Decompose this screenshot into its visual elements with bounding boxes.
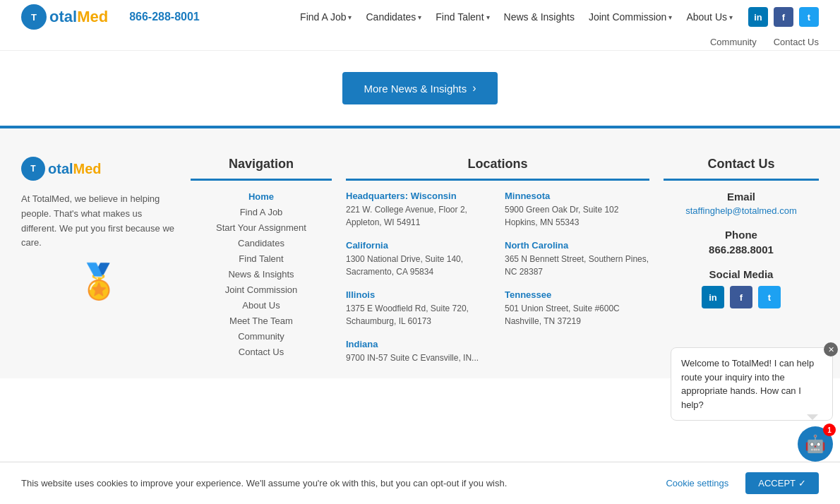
chevron-down-icon: ▾ [729,13,733,21]
footer-nav-candidates[interactable]: Candidates [191,237,332,248]
chevron-down-icon: ▾ [418,13,421,21]
footer-nav-home[interactable]: Home [191,191,332,202]
contact-email-section: Email staffinghelp@totalmed.com [664,191,819,216]
nav-about-us[interactable]: About Us ▾ [680,7,738,27]
footer-contact: Contact Us Email staffinghelp@totalmed.c… [664,157,819,364]
contact-phone-section: Phone 866.288.8001 [664,229,819,256]
chevron-down-icon: ▾ [668,13,672,21]
footer-nav-meet-team[interactable]: Meet The Team [191,315,332,326]
header: T otalMed 866-288-8001 Find A Job ▾ Cand… [0,0,840,51]
location-tennessee: Tennessee 501 Union Street, Suite #600C … [505,289,649,328]
contact-email-label: Email [664,191,819,203]
logo-text: otalMed [49,8,108,26]
chat-close-button[interactable]: ✕ [824,342,838,356]
facebook-icon[interactable]: f [774,7,793,27]
contact-social-label: Social Media [664,268,819,280]
nav-joint-commission[interactable]: Joint Commission ▾ [583,7,678,27]
chat-bubble: ✕ Welcome to TotalMed! I can help route … [671,347,833,378]
nav-candidates[interactable]: Candidates ▾ [360,7,427,27]
nav-find-talent[interactable]: Find Talent ▾ [430,7,495,27]
footer-navigation: Navigation Home Find A Job Start Your As… [191,157,332,364]
social-icons: in f t [748,7,819,27]
footer-brand: T otalMed At TotalMed, we believe in hel… [21,157,176,364]
footer-nav-contact[interactable]: Contact Us [191,346,332,357]
nav-contact-us[interactable]: Contact Us [774,37,819,47]
footer-nav-about-us[interactable]: About Us [191,299,332,311]
footer-facebook-icon[interactable]: f [730,286,752,308]
contact-social-section: Social Media in f t [664,268,819,308]
footer-nav-find-talent[interactable]: Find Talent [191,253,332,264]
footer-locations-title: Locations [346,157,649,181]
contact-email-value[interactable]: staffinghelp@totalmed.com [664,205,819,216]
contact-phone-value[interactable]: 866.288.8001 [664,244,819,256]
footer: T otalMed At TotalMed, we believe in hel… [0,128,840,378]
footer-contact-title: Contact Us [664,157,819,181]
secondary-nav: Community Contact Us [0,34,840,51]
phone-number[interactable]: 866-288-8001 [129,11,200,23]
contact-phone-label: Phone [664,229,819,241]
footer-logo[interactable]: T otalMed [21,157,176,181]
chevron-down-icon: ▾ [486,13,490,21]
nav-news-insights[interactable]: News & Insights [498,7,580,27]
chevron-down-icon: ▾ [348,13,352,21]
chat-message: Welcome to TotalMed! I can help route yo… [681,358,814,378]
footer-twitter-icon[interactable]: t [758,286,781,308]
footer-nav-community[interactable]: Community [191,330,332,342]
linkedin-icon[interactable]: in [748,7,768,27]
more-news-button[interactable]: More News & Insights › [342,72,497,104]
main-nav: Find A Job ▾ Candidates ▾ Find Talent ▾ … [294,7,819,27]
hero-section: More News & Insights › [0,51,840,126]
location-north-carolina: North Carolina 365 N Bennett Street, Sou… [505,240,649,278]
logo-icon: T [21,4,47,30]
twitter-icon[interactable]: t [799,7,819,27]
footer-logo-icon: T [21,157,45,181]
footer-brand-desc: At TotalMed, we believe in helping peopl… [21,192,176,251]
location-wisconsin: Headquarters: Wisconsin 221 W. College A… [346,191,491,229]
location-illinois: Illinois 1375 E Woodfield Rd, Suite 720,… [346,289,491,328]
footer-nav-start-assignment[interactable]: Start Your Assignment [191,222,332,233]
footer-locations: Locations Headquarters: Wisconsin 221 W.… [346,157,649,364]
logo[interactable]: T otalMed [21,4,108,30]
chat-widget: ✕ Welcome to TotalMed! I can help route … [671,347,833,378]
locations-grid: Headquarters: Wisconsin 221 W. College A… [346,191,649,364]
contact-social-icons: in f t [664,286,819,308]
footer-nav-news-insights[interactable]: News & Insights [191,268,332,280]
location-minnesota: Minnesota 5900 Green Oak Dr, Suite 102 H… [505,191,649,229]
footer-logo-text: otalMed [48,161,102,177]
footer-nav-title: Navigation [191,157,332,181]
footer-nav-list: Home Find A Job Start Your Assignment Ca… [191,191,332,357]
medal-icon: 🏅 [21,262,176,301]
footer-linkedin-icon[interactable]: in [702,286,724,308]
location-indiana: Indiana 9700 IN-57 Suite C Evansville, I… [346,339,491,364]
footer-nav-find-a-job[interactable]: Find A Job [191,206,332,217]
arrow-right-icon: › [472,82,476,95]
location-california: California 1300 National Drive, Suite 14… [346,240,491,278]
nav-find-a-job[interactable]: Find A Job ▾ [294,7,357,27]
nav-community[interactable]: Community [710,37,757,47]
footer-nav-joint-commission[interactable]: Joint Commission [191,284,332,295]
